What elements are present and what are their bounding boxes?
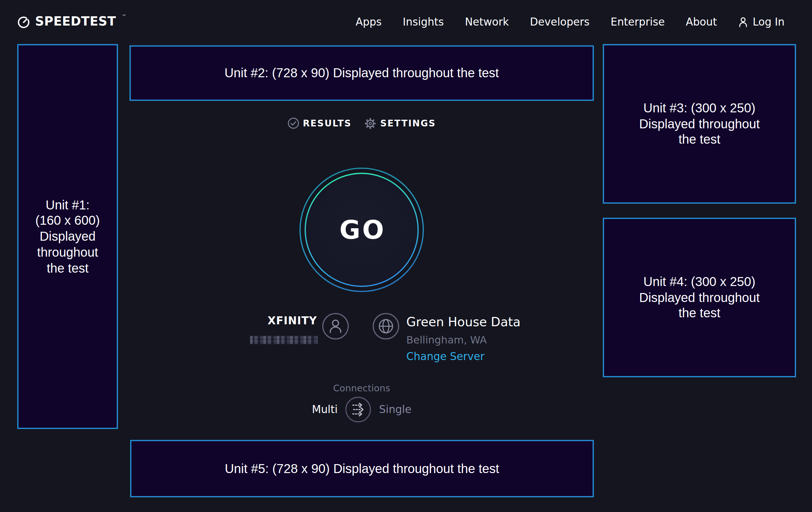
ad-text-line: Displayed throughout (639, 290, 760, 305)
nav-item-apps[interactable]: Apps (356, 16, 382, 28)
ad-text-line: Unit #3: (300 x 250) (643, 100, 755, 116)
results-settings-tabs: RESULTS SETTINGS (129, 115, 594, 132)
isp-ip-redacted (250, 336, 318, 344)
ad-text-line: Unit #5: (728 x 90) Displayed throughout… (225, 461, 499, 477)
ad-text-line: the test (678, 305, 720, 321)
tab-settings[interactable]: SETTINGS (364, 117, 436, 129)
logo-trademark: ™ (122, 14, 126, 19)
tab-settings-label: SETTINGS (380, 118, 436, 128)
ad-text-line: Displayed throughout (639, 116, 760, 132)
connections-multi-option[interactable]: Multi (312, 403, 338, 415)
isp-name: XFINITY (210, 315, 317, 327)
nav-item-enterprise[interactable]: Enterprise (611, 16, 665, 28)
server-location: Bellingham, WA (406, 334, 487, 346)
ad-unit-2-leaderboard[interactable]: Unit #2: (728 x 90) Displayed throughout… (129, 45, 594, 101)
connections-toggle-row: Multi Single (129, 397, 594, 423)
isp-person-icon (322, 313, 349, 340)
login-button[interactable]: Log In (738, 16, 785, 28)
speedtest-gauge-icon (17, 16, 30, 29)
go-button[interactable]: GO (299, 167, 424, 292)
ad-text-line: Unit #4: (300 x 250) (643, 274, 755, 290)
check-circle-icon (287, 117, 299, 129)
ad-text-line: Unit #1: (46, 197, 90, 213)
ad-unit-4-rectangle[interactable]: Unit #4: (300 x 250) Displayed throughou… (603, 218, 796, 377)
nav-item-insights[interactable]: Insights (403, 16, 444, 28)
login-label: Log In (753, 16, 785, 28)
connections-single-option[interactable]: Single (379, 403, 411, 415)
server-globe-icon (373, 313, 399, 340)
ad-unit-3-rectangle[interactable]: Unit #3: (300 x 250) Displayed throughou… (603, 44, 796, 204)
logo-wordmark: SPEEDTEST (35, 15, 116, 28)
user-icon (738, 17, 748, 27)
ad-unit-5-leaderboard[interactable]: Unit #5: (728 x 90) Displayed throughout… (130, 440, 594, 497)
server-name: Green House Data (406, 315, 521, 329)
ad-text-line: throughout (37, 244, 98, 261)
tab-results-label: RESULTS (303, 118, 351, 128)
ad-text-line: Unit #2: (728 x 90) Displayed throughout… (225, 65, 499, 81)
gear-icon (364, 117, 376, 129)
tab-results[interactable]: RESULTS (287, 117, 351, 129)
ad-unit-1-skyscraper[interactable]: Unit #1: (160 x 600) Displayed throughou… (17, 44, 118, 429)
change-server-link[interactable]: Change Server (406, 350, 485, 362)
go-label: GO (299, 167, 424, 292)
nav-item-network[interactable]: Network (465, 16, 509, 28)
nav-menu: Apps Insights Network Developers Enterpr… (356, 16, 785, 28)
speedtest-logo[interactable]: SPEEDTEST ™ (17, 15, 126, 29)
multi-stream-arrows-icon[interactable] (345, 397, 372, 423)
ad-text-line: the test (47, 260, 88, 276)
top-nav-bar: SPEEDTEST ™ Apps Insights Network Develo… (0, 0, 812, 44)
connections-label: Connections (129, 383, 594, 393)
ad-text-line: the test (678, 132, 720, 148)
ad-text-line: Displayed (39, 228, 96, 244)
ad-text-line: (160 x 600) (35, 213, 100, 229)
nav-item-developers[interactable]: Developers (530, 16, 590, 28)
speedtest-page: SPEEDTEST ™ Apps Insights Network Develo… (0, 0, 812, 512)
nav-item-about[interactable]: About (686, 16, 717, 28)
